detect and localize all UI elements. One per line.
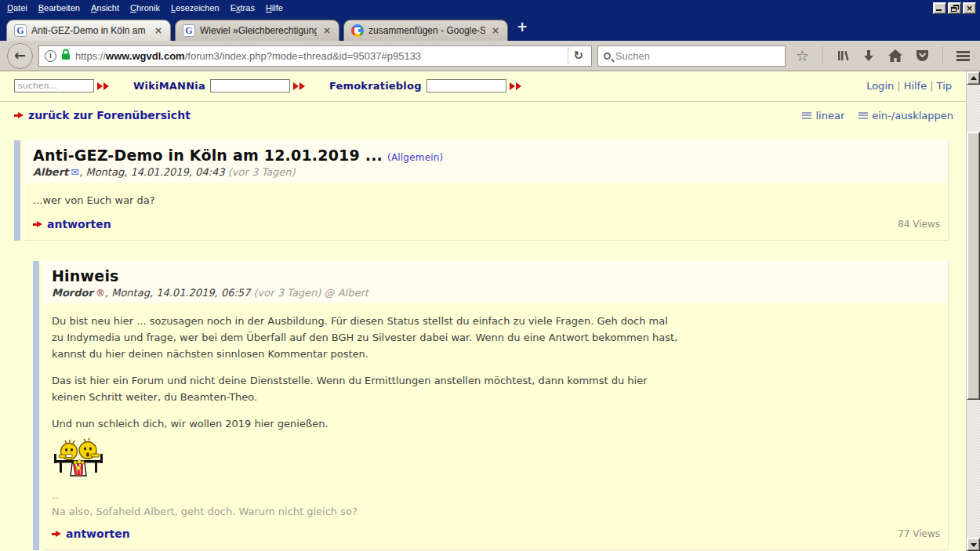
views-count: 77 Views [898,528,940,539]
login-link[interactable]: Login [866,80,894,92]
menu-extras[interactable]: Extras [225,1,260,15]
bookmark-star-icon[interactable]: ☆ [796,49,809,63]
tab-anti-gez-demo[interactable]: G Anti-GEZ-Demo in Köln am 12.... × [6,20,171,41]
author-name[interactable]: Mordor [52,287,93,299]
tab-gleichberechtigung[interactable]: G Wieviel »Gleichberechtigung« ... × [175,20,339,41]
registered-user-icon: ® [96,288,105,299]
femokratieblog-label: Femokratieblog [329,80,422,92]
tab-google-search[interactable]: zusammenfügen - Google-Suc... × [343,20,508,41]
menu-chronik[interactable]: Chronik [125,1,165,15]
close-icon: × [964,3,975,13]
pocket-icon[interactable] [916,49,929,62]
search-icon [604,53,611,60]
forum-favicon-icon: G [14,24,27,37]
downloads-icon[interactable] [862,49,875,63]
wikimannia-search-input[interactable] [210,79,290,92]
menu-bar: Datei Bearbeiten Ansicht Chronik Lesezei… [0,0,980,16]
thread-nav-row: zurück zur Forenübersicht linear ein-/au… [0,102,966,121]
post-category[interactable]: (Allgemein) [387,152,443,163]
post-level-bar [33,261,39,550]
view-linear-link[interactable]: linear [802,110,844,121]
post-2: Hinweis Mordor®, Montag, 14.01.2019, 06:… [33,261,949,550]
scroll-down-button[interactable] [967,538,980,551]
menu-ansicht[interactable]: Ansicht [85,1,125,15]
mail-icon[interactable]: ✉ [71,166,79,178]
post-body: ...wer von Euch war da? [25,183,948,212]
views-count: 84 Views [898,219,940,230]
hilfe-link[interactable]: Hilfe [904,80,927,92]
page-info-icon[interactable]: i [45,50,56,62]
forum-favicon-icon: G [183,24,195,37]
toolbar-separator [822,46,823,65]
reply-link[interactable]: antworten [66,527,130,540]
post-level-bar [14,140,20,241]
menu-bearbeiten[interactable]: Bearbeiten [33,1,85,15]
https-lock-icon[interactable] [61,49,71,63]
forum-header: WikiMANNia Femokratieblog Login|Hilfe|Ti… [0,71,966,97]
tab-title: Anti-GEZ-Demo in Köln am 12.... [31,25,148,36]
hamburger-menu-icon[interactable] [956,51,970,61]
reply-link[interactable]: antworten [47,218,111,230]
author-name[interactable]: Albert [33,166,68,178]
list-icon [802,112,811,119]
window-controls: × [933,2,978,14]
tab-title: zusammenfügen - Google-Suc... [368,25,485,36]
minimize-button[interactable] [933,2,946,14]
toolbar-icons: ☆ [791,46,973,65]
back-arrow-icon: ← [14,47,26,63]
toolbar-separator [942,46,943,65]
minimize-icon [936,9,942,11]
reload-button[interactable]: ↻ [568,47,588,64]
browser-window: Datei Bearbeiten Ansicht Chronik Lesezei… [0,0,980,551]
popcorn-smileys-emoticon [53,438,940,482]
scroll-up-icon [971,76,977,80]
red-arrow-icon [52,531,62,538]
browser-search-bar[interactable] [597,45,786,67]
post-1: Anti-GEZ-Demo in Köln am 12.01.2019 ...(… [14,140,949,241]
post-meta: Mordor®, Montag, 14.01.2019, 06:57 (vor … [52,287,940,299]
url-bar[interactable]: i https://www.wgvdl.com/forum3/index.php… [38,45,592,67]
forum-page: WikiMANNia Femokratieblog Login|Hilfe|Ti… [0,71,967,551]
tab-close-icon[interactable]: × [490,25,501,36]
scrollbar-thumb[interactable] [967,132,980,400]
forum-search-go-icon[interactable] [97,82,110,90]
post-title: Hinweis [52,267,940,285]
red-arrow-icon [33,221,43,228]
tab-close-icon[interactable]: × [153,25,164,36]
new-tab-button[interactable]: + [512,19,535,38]
signature: -- Na also, Sofaheld Albert, geht doch. … [52,491,940,518]
restore-button[interactable] [948,2,961,14]
back-button[interactable]: ← [7,43,33,69]
browser-search-input[interactable] [615,50,779,62]
red-arrow-icon [14,112,24,119]
tab-close-icon[interactable]: × [321,25,332,36]
menu-hilfe[interactable]: Hilfe [260,1,289,15]
home-icon[interactable] [888,49,902,62]
scroll-up-button[interactable] [967,71,980,85]
google-favicon-icon [351,24,364,37]
navigation-toolbar: ← i https://www.wgvdl.com/forum3/index.p… [0,41,980,71]
tip-link[interactable]: Tip [937,80,952,92]
post-age: (vor 3 Tagen) [254,287,325,299]
wikimannia-go-icon[interactable] [293,82,306,90]
reply-to[interactable]: @ Albert [325,287,368,299]
view-toggle-link[interactable]: ein-/ausklappen [858,110,953,121]
post-age: (vor 3 Tagen) [228,166,296,178]
url-text[interactable]: https://www.wgvdl.com/forum3/index.php?m… [75,50,563,62]
back-to-forum-link[interactable]: zurück zur Forenübersicht [28,109,191,121]
scroll-down-icon [971,543,977,547]
forum-search-input[interactable] [14,79,94,92]
menu-lesezeichen[interactable]: Lesezeichen [165,1,225,15]
menu-datei[interactable]: Datei [2,1,33,15]
femokratieblog-search-input[interactable] [426,79,506,92]
vertical-scrollbar[interactable] [967,71,980,551]
post-title: Anti-GEZ-Demo in Köln am 12.01.2019 ...(… [33,147,940,164]
wikimannia-label: WikiMANNia [133,80,205,92]
account-links: Login|Hilfe|Tip [863,80,955,92]
post-body: Du bist neu hier ... sozusagen noch in d… [44,303,948,521]
femokratieblog-go-icon[interactable] [510,82,522,90]
close-button[interactable]: × [963,2,976,14]
library-icon[interactable] [837,49,849,62]
list-icon [858,112,868,119]
tab-title: Wieviel »Gleichberechtigung« ... [200,25,317,36]
